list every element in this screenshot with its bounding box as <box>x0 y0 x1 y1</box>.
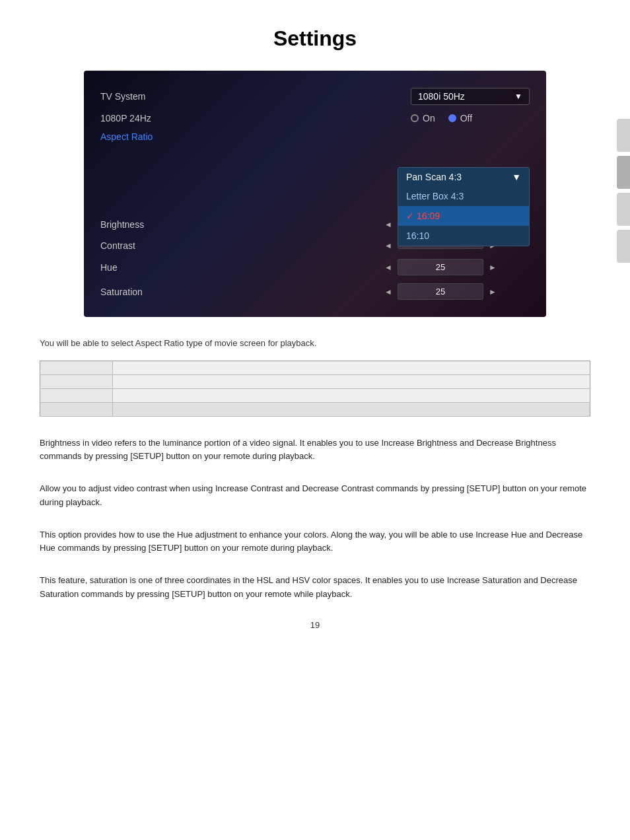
scroll-tab-2[interactable] <box>617 156 630 189</box>
dropdown-item-1609[interactable]: ✓16:09 <box>398 206 529 226</box>
aspect-ratio-label: Aspect Ratio <box>100 131 180 142</box>
aspect-ratio-intro: You will be able to select Aspect Ratio … <box>40 337 590 350</box>
1080p-on-radio <box>411 114 419 122</box>
tv-screen: TV System 1080i 50Hz ▼ 1080P 24Hz On Off <box>84 71 546 317</box>
1080p-on-label: On <box>423 113 435 123</box>
tv-row-1080p: 1080P 24Hz On Off <box>100 109 530 127</box>
table-row <box>40 402 590 416</box>
brightness-section: Brightness in video refers to the lumina… <box>40 437 590 464</box>
brightness-label: Brightness <box>100 219 180 230</box>
hue-right-arrow-icon[interactable]: ► <box>489 263 497 272</box>
tv-system-label: TV System <box>100 91 180 102</box>
tv-system-value: 1080i 50Hz <box>418 91 465 102</box>
hue-description: This option provides how to use the Hue … <box>40 528 590 556</box>
scroll-tab-3[interactable] <box>617 193 630 226</box>
saturation-label: Saturation <box>100 287 180 297</box>
scroll-tabs <box>617 119 630 263</box>
pan-scan-header: Pan Scan 4:3 <box>406 172 462 182</box>
1080p-label: 1080P 24Hz <box>100 113 180 123</box>
table-cell-desc <box>113 402 590 416</box>
tv-row-hue: Hue ◄ 25 ► <box>100 255 530 279</box>
dropdown-item-letterbox[interactable]: Letter Box 4:3 <box>398 186 529 206</box>
aspect-ratio-table <box>40 361 590 417</box>
table-cell-label <box>40 361 113 374</box>
tv-system-arrow-icon: ▼ <box>514 92 522 101</box>
letterbox-label: Letter Box 4:3 <box>406 191 464 201</box>
table-row <box>40 361 590 374</box>
saturation-left-arrow-icon[interactable]: ◄ <box>384 287 392 297</box>
1080p-toggle: On Off <box>411 113 530 123</box>
scroll-tab-1[interactable] <box>617 119 630 152</box>
hue-section: This option provides how to use the Hue … <box>40 528 590 556</box>
page-container: Settings TV System 1080i 50Hz ▼ 1080P 24… <box>0 0 630 840</box>
aspect-ratio-dropdown[interactable]: Pan Scan 4:3 ▼ Letter Box 4:3 ✓16:09 16:… <box>398 167 530 246</box>
dropdown-item-1610[interactable]: 16:10 <box>398 226 529 246</box>
table-cell-desc <box>113 361 590 374</box>
hue-label: Hue <box>100 262 180 273</box>
1080p-on[interactable]: On <box>411 113 435 123</box>
table-cell-label <box>40 374 113 388</box>
brightness-description: Brightness in video refers to the lumina… <box>40 437 590 464</box>
page-number: 19 <box>40 620 590 637</box>
saturation-description: This feature, saturation is one of three… <box>40 574 590 602</box>
tv-row-aspect-ratio: Aspect Ratio Pan Scan 4:3 ▼ Letter Box 4… <box>100 127 530 146</box>
scroll-tab-4[interactable] <box>617 230 630 263</box>
saturation-right-arrow-icon[interactable]: ► <box>489 287 497 297</box>
1609-label: 16:09 <box>417 211 440 221</box>
contrast-description: Allow you to adjust video contrast when … <box>40 482 590 510</box>
tv-system-select[interactable]: 1080i 50Hz ▼ <box>411 88 530 105</box>
saturation-slider: ◄ 25 ► <box>384 283 530 300</box>
table-cell-desc <box>113 374 590 388</box>
table-cell-label <box>40 402 113 416</box>
table-row <box>40 374 590 388</box>
contrast-left-arrow-icon[interactable]: ◄ <box>384 241 392 250</box>
1610-label: 16:10 <box>406 230 429 241</box>
table-row <box>40 388 590 402</box>
contrast-section: Allow you to adjust video contrast when … <box>40 482 590 510</box>
hue-left-arrow-icon[interactable]: ◄ <box>384 263 392 272</box>
tv-row-saturation: Saturation ◄ 25 ► <box>100 279 530 304</box>
dropdown-header: Pan Scan 4:3 ▼ <box>398 168 529 186</box>
saturation-value: 25 <box>398 283 483 300</box>
tv-row-tv-system: TV System 1080i 50Hz ▼ <box>100 84 530 109</box>
1080p-off-label: Off <box>460 113 472 123</box>
hue-value: 25 <box>398 259 483 275</box>
contrast-label: Contrast <box>100 240 180 251</box>
table-cell-label <box>40 388 113 402</box>
page-title: Settings <box>40 26 590 51</box>
table-cell-desc <box>113 388 590 402</box>
saturation-section: This feature, saturation is one of three… <box>40 574 590 602</box>
hue-slider: ◄ 25 ► <box>384 259 530 275</box>
checkmark-icon: ✓ <box>406 211 414 221</box>
1080p-off[interactable]: Off <box>448 113 472 123</box>
dropdown-header-arrow: ▼ <box>512 172 521 182</box>
1080p-off-radio <box>448 114 456 122</box>
brightness-left-arrow-icon[interactable]: ◄ <box>384 220 392 229</box>
